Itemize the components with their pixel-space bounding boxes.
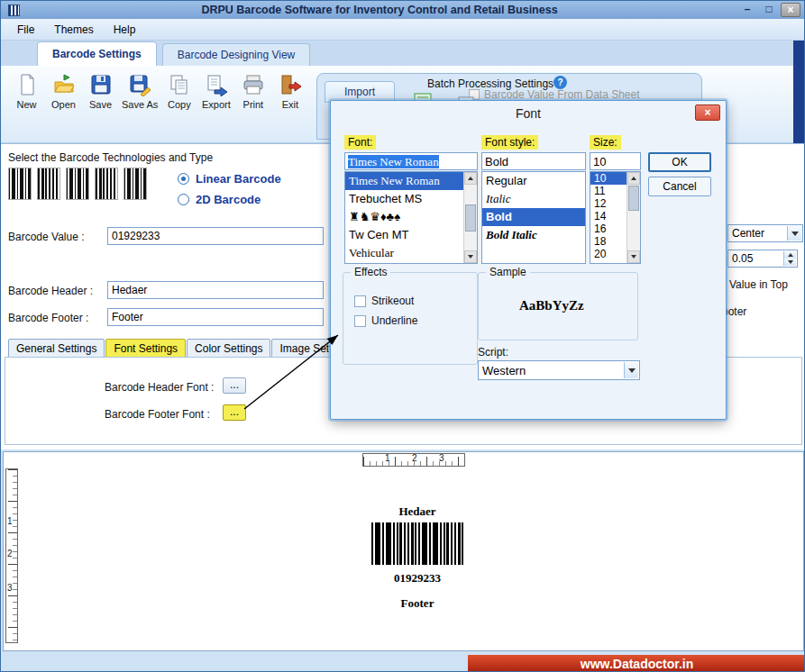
tab-barcode-designing-view[interactable]: Barcode Designing View	[162, 43, 311, 66]
copy-icon	[168, 73, 191, 96]
footer-font-browse-button[interactable]: ...	[223, 404, 246, 421]
font-list-item[interactable]: Vehicular	[345, 244, 477, 262]
barcode-footer-input[interactable]: Footer	[107, 308, 324, 326]
help-icon[interactable]: ?	[553, 76, 567, 89]
open-button[interactable]: Open	[45, 71, 82, 113]
open-icon	[52, 73, 76, 96]
ok-button[interactable]: OK	[648, 152, 711, 172]
vertical-ruler: 1 2 3	[5, 468, 18, 643]
twod-barcode-label: 2D Barcode	[196, 193, 261, 206]
print-button[interactable]: Print	[234, 71, 271, 113]
header-font-browse-button[interactable]: ...	[223, 377, 246, 394]
ruler-number: 1	[385, 453, 390, 463]
ruler-number: 2	[7, 549, 13, 558]
barcode-header-input[interactable]: Hedaer	[107, 281, 324, 299]
chevron-down-icon[interactable]	[787, 226, 801, 241]
style-list-item[interactable]: Bold	[482, 208, 585, 226]
scrollbar-thumb[interactable]	[628, 186, 639, 211]
barcode-type-icon	[66, 168, 89, 200]
preview-barcode-footer: Footer	[327, 596, 508, 611]
size-stepper[interactable]: 0.05	[727, 250, 798, 268]
tab-general-settings[interactable]: General Settings	[8, 339, 105, 358]
ruler-number: 1	[7, 516, 13, 526]
font-list-item[interactable]: Tw Cen MT	[345, 226, 477, 244]
size-list-scrollbar[interactable]	[627, 172, 640, 263]
dialog-close-button[interactable]: ×	[695, 104, 720, 121]
window-title: DRPU Barcode Software for Inventory Cont…	[23, 4, 736, 16]
checkbox-label: Barcode Value From Data Sheet	[484, 88, 640, 101]
toolbar: New Open Save Save As Copy Export	[8, 71, 308, 113]
chevron-down-icon[interactable]	[624, 362, 638, 378]
toolbtn-label: New	[16, 99, 36, 110]
script-combobox[interactable]: Western	[478, 360, 640, 380]
font-name-input[interactable]: Times New Roman	[344, 152, 478, 170]
font-size-input[interactable]: 10	[590, 152, 641, 170]
twod-barcode-radio[interactable]	[178, 194, 189, 205]
alignment-combobox[interactable]: Center	[727, 224, 803, 242]
copy-button[interactable]: Copy	[160, 71, 197, 113]
checkbox-icon	[354, 295, 366, 307]
value-in-top-label: Value in Top	[729, 278, 788, 291]
sample-text: AaBbYyZz	[519, 298, 584, 313]
font-size-list[interactable]: 10 11 12 14 16 18 20	[590, 171, 641, 264]
effects-group: Effects Strikeout Underline	[343, 272, 478, 365]
tab-color-settings[interactable]: Color Settings	[187, 339, 270, 358]
toolbtn-label: Save As	[122, 99, 158, 110]
font-list[interactable]: Times New Roman Trebuchet MS ♜♞♛♦♣♠ Tw C…	[344, 171, 478, 264]
export-button[interactable]: Export	[197, 71, 234, 113]
font-list-scrollbar[interactable]	[463, 172, 477, 263]
toolbtn-label: Print	[243, 99, 264, 110]
save-icon	[89, 73, 113, 96]
barcode-footer-label: Barcode Footer :	[8, 312, 88, 324]
menu-themes[interactable]: Themes	[47, 22, 105, 38]
scrollbar-thumb[interactable]	[465, 204, 476, 232]
style-list-item[interactable]: Italic	[482, 190, 585, 208]
app-icon	[8, 5, 20, 16]
new-button[interactable]: New	[8, 71, 45, 113]
strikeout-checkbox[interactable]: Strikeout	[354, 295, 414, 307]
preview-barcode-value: 01929233	[327, 571, 508, 586]
maximize-button[interactable]: □	[759, 3, 779, 17]
exit-button[interactable]: Exit	[271, 71, 308, 113]
ruler-number: 3	[439, 453, 444, 463]
scroll-down-icon[interactable]	[627, 250, 640, 263]
font-list-item[interactable]: Trebuchet MS	[345, 190, 477, 208]
new-icon	[15, 73, 39, 96]
accent-strip	[793, 41, 804, 145]
save-button[interactable]: Save	[82, 71, 119, 113]
barcode-value-input[interactable]: 01929233	[107, 227, 324, 245]
cancel-button[interactable]: Cancel	[648, 177, 711, 196]
website-banner: www.Datadoctor.in	[468, 655, 805, 672]
linear-barcode-radio[interactable]	[178, 173, 189, 185]
font-list-item[interactable]: Times New Roman	[345, 172, 477, 190]
style-list-item[interactable]: Regular	[482, 172, 585, 190]
tab-barcode-settings[interactable]: Barcode Settings	[37, 41, 157, 66]
font-list-item[interactable]: ♜♞♛♦♣♠	[345, 208, 477, 226]
script-label: Script:	[478, 346, 508, 359]
size-label: Size:	[590, 135, 621, 150]
save-as-button[interactable]: Save As	[119, 71, 160, 113]
scroll-up-icon[interactable]	[627, 172, 640, 185]
close-button[interactable]: ×	[781, 3, 800, 17]
font-style-label: Font style:	[481, 135, 538, 150]
barcode-type-icon	[8, 168, 32, 200]
font-style-input[interactable]: Bold	[481, 152, 586, 170]
alignment-value: Center	[732, 227, 764, 240]
tab-font-settings[interactable]: Font Settings	[105, 339, 186, 358]
font-dialog: Font × Font: Times New Roman Times New R…	[330, 100, 727, 420]
style-list-item[interactable]: Bold Italic	[482, 226, 585, 244]
barcode-value-from-datasheet-checkbox[interactable]: Barcode Value From Data Sheet	[469, 88, 640, 101]
app-window: DRPU Barcode Software for Inventory Cont…	[0, 0, 805, 672]
scroll-up-icon[interactable]	[464, 172, 477, 185]
toolbtn-label: Save	[89, 99, 112, 110]
font-style-list[interactable]: Regular Italic Bold Bold Italic	[481, 171, 586, 264]
menu-help[interactable]: Help	[106, 22, 149, 38]
stepper-arrows-icon[interactable]	[783, 251, 796, 266]
script-value: Western	[482, 364, 526, 377]
scroll-down-icon[interactable]	[464, 250, 477, 263]
toolbtn-label: Open	[51, 99, 76, 110]
minimize-button[interactable]: –	[737, 3, 757, 17]
menu-file[interactable]: File	[10, 22, 47, 38]
underline-checkbox[interactable]: Underline	[354, 314, 417, 327]
barcode-header-label: Barcode Header :	[8, 285, 93, 297]
